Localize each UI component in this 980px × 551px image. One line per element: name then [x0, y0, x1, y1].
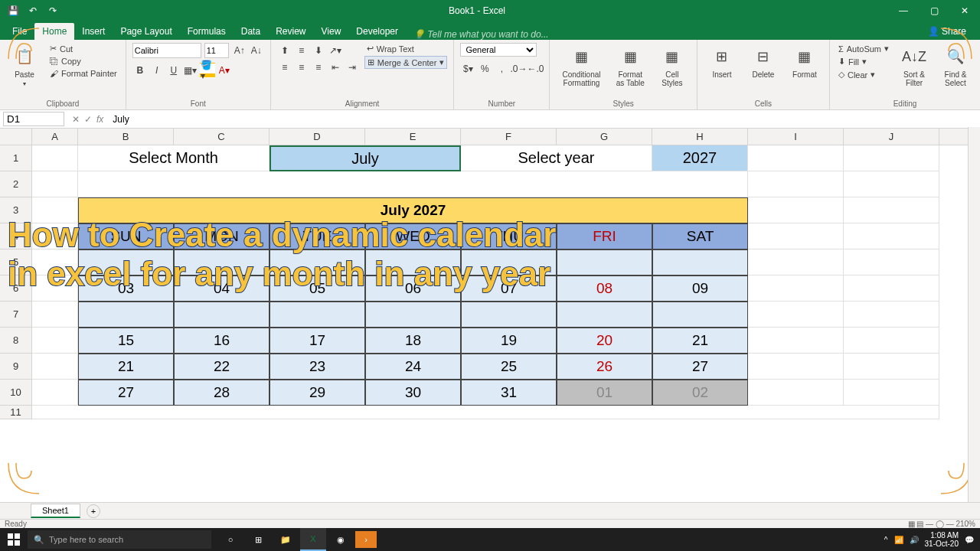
cell[interactable]	[32, 302, 78, 328]
calendar-day[interactable]: 18	[365, 328, 461, 354]
calendar-day[interactable]: 30	[365, 380, 461, 406]
calendar-day[interactable]: 20	[557, 328, 652, 354]
cell[interactable]: Select Month	[78, 145, 270, 171]
tray-date[interactable]: 31-Oct-20	[925, 540, 959, 548]
cut-button[interactable]: ✂ Cut	[47, 43, 119, 54]
cell[interactable]	[844, 302, 939, 328]
cell[interactable]	[844, 223, 939, 249]
system-tray[interactable]: ^ 📶 🔊 1:08 AM31-Oct-20 💬	[884, 531, 980, 548]
tell-me-search[interactable]: 💡 Tell me what you want to do...	[413, 29, 549, 40]
app-icon[interactable]: ›	[355, 531, 377, 548]
calendar-day[interactable]: 26	[557, 354, 652, 380]
calendar-day[interactable]	[557, 249, 652, 276]
row-header-10[interactable]: 10	[0, 380, 32, 406]
day-header[interactable]: WED	[365, 223, 461, 249]
inc-decimal-icon[interactable]: .0→	[511, 61, 526, 77]
day-header[interactable]: SAT	[652, 223, 748, 249]
cell[interactable]	[844, 249, 939, 276]
col-header-C[interactable]: C	[174, 129, 270, 145]
cell[interactable]	[748, 171, 844, 197]
row-header-2[interactable]: 2	[0, 171, 32, 197]
cell[interactable]: Select year	[461, 145, 652, 171]
cell[interactable]	[748, 276, 844, 302]
view-normal-icon[interactable]: ▦	[908, 520, 915, 528]
delete-cells-button[interactable]: ⊟Delete	[745, 43, 782, 80]
cell[interactable]	[32, 406, 939, 419]
align-right-icon[interactable]: ≡	[311, 60, 326, 75]
vertical-scrollbar[interactable]	[968, 127, 980, 502]
calendar-day[interactable]	[461, 302, 557, 328]
calendar-day[interactable]: 05	[270, 276, 365, 302]
calendar-day[interactable]: 24	[365, 354, 461, 380]
row-header-1[interactable]: 1	[0, 145, 32, 171]
cell[interactable]	[844, 197, 939, 223]
calendar-day[interactable]: 28	[174, 380, 270, 406]
row-header-3[interactable]: 3	[0, 197, 32, 223]
calendar-day[interactable]	[270, 302, 365, 328]
col-header-D[interactable]: D	[270, 129, 365, 145]
cell[interactable]	[32, 354, 78, 380]
bold-button[interactable]: B	[132, 63, 148, 78]
calendar-day[interactable]: 03	[78, 276, 174, 302]
calendar-day-off[interactable]: 01	[557, 380, 652, 406]
start-button[interactable]	[0, 528, 28, 551]
calendar-day[interactable]	[270, 249, 365, 276]
sort-filter-button[interactable]: A↓ZSort & Filter	[896, 43, 933, 89]
calendar-day[interactable]: 19	[461, 328, 557, 354]
cell[interactable]	[32, 328, 78, 354]
calendar-day[interactable]: 27	[78, 380, 174, 406]
cell[interactable]	[748, 328, 844, 354]
zoom-slider[interactable]: — ◯ —	[926, 520, 954, 528]
file-explorer-icon[interactable]: 📁	[273, 528, 299, 551]
cell[interactable]	[32, 380, 78, 406]
taskbar-search[interactable]: 🔍 Type here to search	[28, 530, 211, 549]
insert-cells-button[interactable]: ⊞Insert	[704, 43, 740, 80]
wrap-text-button[interactable]: ↩ Wrap Text	[364, 43, 448, 54]
align-middle-icon[interactable]: ≡	[294, 43, 309, 58]
calendar-day[interactable]	[557, 302, 652, 328]
align-top-icon[interactable]: ⬆	[277, 43, 292, 58]
calendar-day[interactable]: 04	[174, 276, 270, 302]
calendar-day[interactable]	[174, 249, 270, 276]
currency-icon[interactable]: $▾	[460, 61, 475, 77]
calendar-day[interactable]	[365, 249, 461, 276]
cell[interactable]	[844, 354, 939, 380]
worksheet-grid[interactable]: A B C D E F G H I J 1 Select Month July …	[0, 129, 980, 511]
tab-home[interactable]: Home	[34, 23, 74, 40]
calendar-day[interactable]	[652, 302, 748, 328]
font-name-input[interactable]	[132, 43, 201, 58]
task-view-icon[interactable]: ⊞	[245, 528, 271, 551]
calendar-day[interactable]: 21	[652, 328, 748, 354]
calendar-day[interactable]: 29	[270, 380, 365, 406]
close-button[interactable]: ✕	[949, 0, 980, 21]
font-size-input[interactable]	[204, 43, 229, 58]
cell[interactable]	[748, 197, 844, 223]
align-bottom-icon[interactable]: ⬇	[311, 43, 326, 58]
calendar-day[interactable]	[365, 302, 461, 328]
clear-button[interactable]: ◇ Clear ▾	[836, 69, 891, 80]
row-header-5[interactable]: 5	[0, 249, 32, 276]
format-painter-button[interactable]: 🖌 Format Painter	[47, 68, 119, 79]
find-select-button[interactable]: 🔍Find & Select	[937, 43, 974, 89]
paste-button[interactable]: 📋Paste▾	[6, 43, 43, 89]
indent-dec-icon[interactable]: ⇤	[328, 60, 343, 75]
col-header-A[interactable]: A	[32, 129, 78, 145]
calendar-day[interactable]: 21	[78, 354, 174, 380]
border-button[interactable]: ▦▾	[183, 63, 198, 78]
tray-chevron-icon[interactable]: ^	[884, 536, 888, 544]
cell[interactable]	[844, 171, 939, 197]
tab-page-layout[interactable]: Page Layout	[113, 23, 179, 40]
merge-center-button[interactable]: ⊞ Merge & Center ▾	[364, 56, 448, 69]
calendar-day[interactable]: 31	[461, 380, 557, 406]
fill-color-button[interactable]: 🪣▾	[200, 63, 215, 78]
view-page-icon[interactable]: ▤	[916, 520, 923, 528]
calendar-day[interactable]: 17	[270, 328, 365, 354]
cell[interactable]	[32, 223, 78, 249]
tray-volume-icon[interactable]: 🔊	[910, 536, 919, 544]
cortana-icon[interactable]: ○	[217, 528, 243, 551]
enter-formula-icon[interactable]: ✓	[84, 114, 92, 125]
conditional-formatting-button[interactable]: ▦Conditional Formatting	[556, 43, 606, 89]
cell[interactable]	[844, 276, 939, 302]
save-icon[interactable]: 💾	[5, 2, 21, 19]
share-button[interactable]: 👤 Share	[922, 23, 972, 40]
